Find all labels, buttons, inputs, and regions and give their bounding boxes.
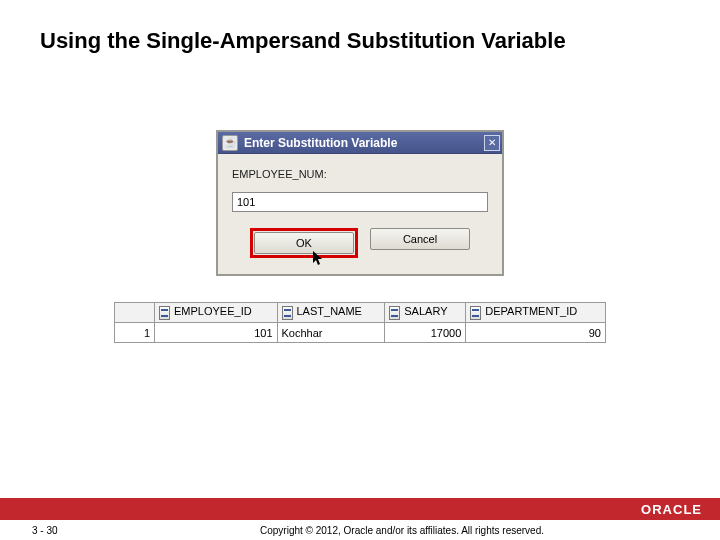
col-label: DEPARTMENT_ID [485,305,577,317]
ok-button[interactable]: OK [254,232,354,254]
col-header-department-id[interactable]: DEPARTMENT_ID [466,303,606,323]
page-number: 3 - 30 [32,525,112,536]
dialog-button-row: OK Cancel [232,228,488,258]
footer: ORACLE 3 - 30 Copyright © 2012, Oracle a… [0,498,720,540]
table-row[interactable]: 1 101 Kochhar 17000 90 [115,323,606,343]
brand-strip: ORACLE [0,498,720,520]
cell-salary: 17000 [385,323,466,343]
col-header-employee-id[interactable]: EMPLOYEE_ID [155,303,278,323]
dialog-body: EMPLOYEE_NUM: OK Cancel [218,154,502,274]
java-icon: ☕ [222,135,238,151]
close-button[interactable]: ✕ [484,135,500,151]
col-label: SALARY [404,305,447,317]
close-icon: ✕ [488,137,496,148]
col-label: EMPLOYEE_ID [174,305,252,317]
col-header-salary[interactable]: SALARY [385,303,466,323]
copyright-text: Copyright © 2012, Oracle and/or its affi… [112,525,692,536]
table-header-row: EMPLOYEE_ID LAST_NAME SALARY DEPARTMENT_… [115,303,606,323]
cancel-button[interactable]: Cancel [370,228,470,250]
col-label: LAST_NAME [297,305,362,317]
oracle-logo: ORACLE [641,502,702,517]
column-icon [159,306,170,320]
result-table: EMPLOYEE_ID LAST_NAME SALARY DEPARTMENT_… [114,302,606,343]
substitution-dialog: ☕ Enter Substitution Variable ✕ EMPLOYEE… [216,130,504,276]
page-title: Using the Single-Ampersand Substitution … [40,28,566,54]
col-header-last-name[interactable]: LAST_NAME [277,303,385,323]
dialog-title: Enter Substitution Variable [244,136,478,150]
employee-num-input[interactable] [232,192,488,212]
footer-text-row: 3 - 30 Copyright © 2012, Oracle and/or i… [0,520,720,540]
cell-last-name: Kochhar [277,323,385,343]
rownum-header [115,303,155,323]
ok-highlight-box: OK [250,228,358,258]
column-icon [470,306,481,320]
column-icon [282,306,293,320]
dialog-titlebar[interactable]: ☕ Enter Substitution Variable ✕ [218,132,502,154]
cell-department-id: 90 [466,323,606,343]
cell-employee-id: 101 [155,323,278,343]
rownum-cell: 1 [115,323,155,343]
column-icon [389,306,400,320]
field-label: EMPLOYEE_NUM: [232,168,488,180]
